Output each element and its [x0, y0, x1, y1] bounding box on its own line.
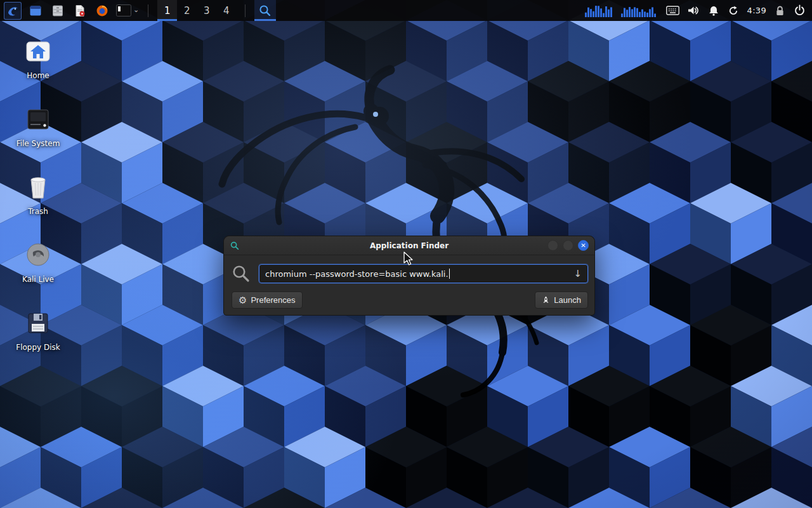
desktop-icon-label: File System	[16, 139, 60, 148]
desktop-icon-file-system[interactable]: File System	[9, 102, 67, 170]
lock-icon[interactable]	[775, 5, 785, 17]
home-icon	[25, 37, 51, 64]
command-input-value: chromium --password-store=basic www.kali…	[265, 269, 449, 279]
close-button[interactable]: ✕	[578, 240, 589, 251]
bell-icon[interactable]	[708, 5, 719, 17]
maximize-button[interactable]	[563, 240, 573, 251]
top-panel: ⌄ 1 2 3 4	[0, 0, 812, 21]
floppy-disk-icon	[26, 309, 50, 335]
desktop-icon-label: Home	[27, 71, 49, 80]
workspace-3[interactable]: 3	[197, 0, 216, 21]
updates-icon[interactable]	[728, 5, 739, 17]
preferences-button[interactable]: ⚙ Preferences	[232, 291, 303, 309]
button-row: ⚙ Preferences Launch	[232, 291, 588, 309]
preferences-button-label: Preferences	[251, 295, 295, 305]
power-icon[interactable]	[794, 4, 806, 17]
desktop-icon-trash[interactable]: Trash	[9, 170, 67, 238]
application-finder-taskbar-button[interactable]	[254, 0, 276, 21]
panel-launchers: ⌄ 1 2 3 4	[0, 0, 276, 21]
file-system-icon	[25, 105, 51, 131]
gear-icon: ⚙	[239, 295, 247, 305]
net-graph[interactable]	[621, 4, 658, 17]
terminal-icon	[116, 4, 131, 17]
desktop-icon-label: Kali Live	[22, 275, 54, 284]
command-input[interactable]: chromium --password-store=basic www.kali…	[259, 264, 588, 283]
search-icon	[232, 264, 251, 283]
dropdown-arrow-icon[interactable]: ↓	[573, 268, 582, 279]
panel-separator	[148, 4, 148, 17]
window-controls: ✕	[547, 240, 594, 251]
cpu-graph[interactable]	[585, 4, 613, 17]
launch-button-label: Launch	[554, 295, 581, 305]
volume-icon[interactable]	[688, 5, 700, 16]
text-caret	[449, 269, 450, 279]
kali-menu-icon[interactable]	[4, 2, 22, 20]
panel-tray: 4:39	[585, 0, 812, 21]
clock[interactable]: 4:39	[747, 6, 766, 15]
chevron-down-icon: ⌄	[133, 6, 139, 13]
file-manager-icon[interactable]	[49, 3, 66, 19]
window-magnifier-icon	[230, 241, 239, 250]
firefox-icon[interactable]	[94, 3, 110, 19]
minimize-button[interactable]	[547, 240, 558, 251]
desktop-icon-column: Home File System Trash	[9, 34, 67, 374]
kali-live-icon	[25, 241, 51, 267]
launch-icon	[542, 296, 550, 305]
desktop-icon-floppy-disk[interactable]: Floppy Disk	[9, 306, 67, 374]
text-editor-icon[interactable]	[72, 3, 88, 19]
workspace-1[interactable]: 1	[157, 0, 177, 21]
keyboard-icon[interactable]	[666, 6, 679, 15]
desktop-icon-label: Trash	[28, 207, 48, 216]
mouse-cursor	[403, 251, 417, 267]
desktop-icon-kali-live[interactable]: Kali Live	[9, 238, 67, 306]
workspace-switcher: 1 2 3 4	[157, 0, 236, 21]
magnifier-icon	[259, 4, 272, 17]
panel-separator	[245, 4, 246, 17]
desktop-icon-home[interactable]: Home	[9, 34, 67, 102]
window-manager-icon[interactable]	[27, 3, 44, 19]
desktop-icon-label: Floppy Disk	[16, 343, 60, 352]
launch-button[interactable]: Launch	[535, 291, 588, 309]
workspace-4[interactable]: 4	[216, 0, 236, 21]
search-row: chromium --password-store=basic www.kali…	[232, 264, 588, 283]
application-finder-window: Application Finder ✕ chromium --password…	[223, 236, 595, 316]
window-title: Application Finder	[224, 241, 594, 250]
terminal-launcher[interactable]: ⌄	[116, 4, 139, 17]
workspace-2[interactable]: 2	[177, 0, 197, 21]
trash-icon	[26, 173, 50, 199]
